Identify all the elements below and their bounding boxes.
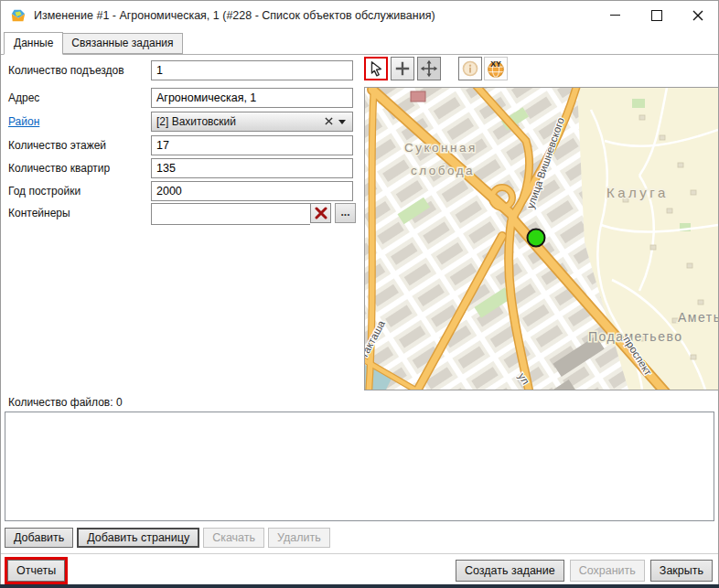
field-label-address: Адрес: [8, 91, 39, 104]
move-arrows-icon: [420, 59, 438, 78]
tab-data[interactable]: Данные: [4, 32, 63, 55]
field-label-entrances: Количество подъездов: [8, 64, 124, 77]
info-button: [458, 57, 482, 80]
tab-bar: Данные Связанные задания: [1, 29, 718, 55]
form-row: Количество квартир: [0, 158, 357, 178]
minimize-button[interactable]: [595, 1, 636, 29]
tab-related-tasks[interactable]: Связанные задания: [62, 33, 182, 54]
dialog-window: Изменение #1 - Агрономическая, 1 (#228 -…: [0, 0, 719, 588]
map-label-amet: Аметь: [678, 310, 718, 325]
district-combo-value: [2] Вахитовский: [152, 115, 321, 128]
save-button: Сохранить: [570, 560, 645, 582]
cursor-icon: [367, 59, 385, 78]
year-built-input[interactable]: [151, 181, 353, 201]
add-file-button[interactable]: Добавить: [5, 528, 73, 548]
close-button[interactable]: Закрыть: [650, 560, 713, 582]
files-list[interactable]: [5, 412, 714, 521]
add-page-button[interactable]: Добавить страницу: [77, 528, 199, 548]
map-label-sukonnaya: Суконная: [404, 141, 478, 155]
xy-globe-icon: XY: [486, 59, 506, 79]
address-input[interactable]: [151, 88, 353, 108]
map-view[interactable]: Суконная слобода Калуга Подаметьево Амет…: [364, 87, 719, 390]
window-title: Изменение #1 - Агрономическая, 1 (#228 -…: [34, 9, 435, 22]
form-row: Адрес: [0, 88, 357, 108]
window-controls: [595, 1, 718, 29]
combo-dropdown-icon[interactable]: [338, 120, 346, 124]
files-buttons: Добавить Добавить страницу Скачать Удали…: [5, 528, 330, 548]
close-icon[interactable]: [677, 1, 718, 29]
form-row: Район [2] Вахитовский: [0, 112, 357, 132]
map-label-sloboda: слобода: [411, 164, 475, 177]
apartments-input[interactable]: [151, 158, 353, 178]
combo-clear-icon[interactable]: [321, 115, 336, 128]
containers-input[interactable]: [151, 203, 310, 225]
field-label-floors: Количество этажей: [8, 139, 106, 152]
xy-coordinates-button[interactable]: XY: [484, 57, 508, 80]
window-bottom-edge: [0, 584, 719, 588]
form-row: Год постройки: [0, 181, 357, 201]
download-file-button: Скачать: [203, 528, 264, 548]
maximize-button[interactable]: [636, 1, 677, 29]
entrances-input[interactable]: [151, 60, 353, 80]
info-icon: [461, 59, 479, 78]
form-row: Количество подъездов: [0, 60, 357, 80]
reports-highlight-box: Отчеты: [5, 557, 68, 584]
field-label-containers: Контейнеры: [8, 207, 70, 219]
field-label-year: Год постройки: [8, 185, 80, 198]
field-label-apartments: Количество квартир: [8, 162, 110, 175]
containers-browse-button[interactable]: ...: [335, 203, 356, 223]
add-point-button[interactable]: [391, 57, 414, 80]
app-icon: [10, 7, 27, 24]
svg-text:XY: XY: [490, 59, 501, 69]
form-row: Количество этажей: [0, 135, 357, 155]
district-combo[interactable]: [2] Вахитовский: [151, 112, 353, 132]
form-row: Контейнеры ...: [0, 203, 357, 223]
containers-clear-icon[interactable]: [310, 203, 331, 223]
footer-bar: Отчеты Создать задание Сохранить Закрыть: [1, 553, 718, 585]
crosshair-icon: [394, 60, 411, 77]
reports-button[interactable]: Отчеты: [7, 560, 65, 582]
title-bar: Изменение #1 - Агрономическая, 1 (#228 -…: [1, 1, 718, 29]
footer-actions: Создать задание Сохранить Закрыть: [456, 560, 713, 582]
map-label-kaluga: Калуга: [606, 185, 669, 200]
files-count-label: Количество файлов: 0: [8, 396, 123, 409]
district-link[interactable]: Район: [8, 115, 39, 128]
floors-input[interactable]: [151, 135, 353, 155]
object-marker: [528, 230, 545, 247]
delete-file-button: Удалить: [268, 528, 330, 548]
pan-move-button[interactable]: [417, 57, 441, 80]
select-cursor-button[interactable]: [364, 57, 388, 80]
create-task-button[interactable]: Создать задание: [456, 560, 564, 582]
